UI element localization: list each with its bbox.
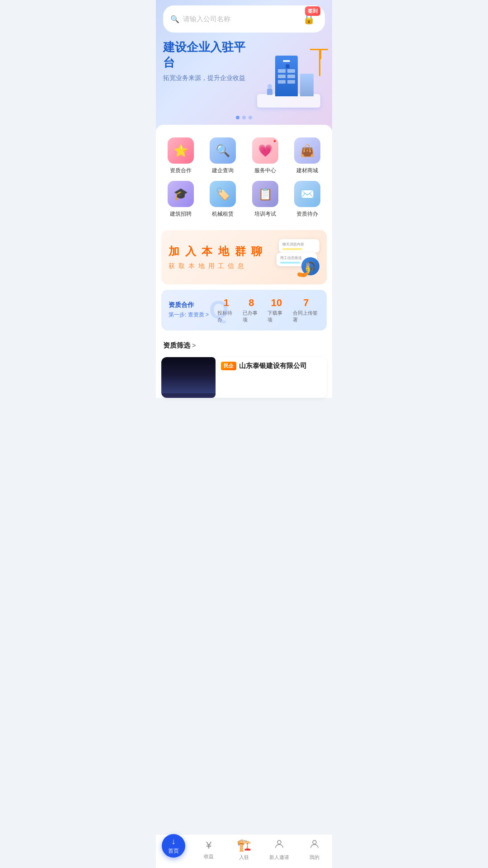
notification-dot: [273, 139, 277, 143]
icon-item-training[interactable]: 📋 培训考试: [244, 177, 286, 221]
icon-item-mall[interactable]: 👜 建材商城: [286, 134, 329, 177]
building-windows: [278, 69, 295, 84]
hand-icon: 🤳: [296, 262, 313, 278]
chat-banner[interactable]: 加 入 本 地 群 聊 获 取 本 地 用 工 信 息 聊天消息内容 用工信息推…: [161, 230, 327, 284]
stat-label-3: 下载事项: [267, 310, 286, 323]
stat-label-4: 合同上传签署: [293, 310, 319, 323]
stat-num-4: 7: [303, 297, 309, 309]
stats-link[interactable]: 第一步: 查资质 >: [169, 311, 214, 319]
icon-box-recruit: 🎓: [168, 181, 194, 207]
tag-icon: 🏷️: [216, 187, 230, 201]
icon-label-pending: 资质待办: [296, 211, 318, 217]
icon-item-qualification[interactable]: ⭐ 资质合作: [160, 134, 202, 177]
stats-title: 资质合作: [169, 301, 214, 309]
chat-illustration: 聊天消息内容 用工信息推送 🎧 🤳: [265, 239, 319, 275]
company-info: 民企 山东泰银建设有限公司: [221, 357, 327, 398]
icon-box-pending: ✉️: [294, 181, 320, 207]
dot-1[interactable]: [236, 116, 239, 119]
sign-in-badge[interactable]: 签到: [305, 6, 320, 16]
stats-inner: 资质合作 第一步: 查资质 > Q 1 投标待办 8 已办事项 10 下载事项: [169, 297, 319, 323]
doc-icon: 📋: [258, 187, 272, 201]
dot-2[interactable]: [242, 116, 246, 119]
stat-num-3: 10: [271, 297, 282, 309]
stat-item-3: 10 下载事项: [267, 297, 286, 323]
dot-3[interactable]: [249, 116, 252, 119]
icon-label-qualification: 资质合作: [170, 167, 192, 174]
icon-box-training: 📋: [252, 181, 278, 207]
banner-text: 建设企业入驻平台 拓宽业务来源，提升企业收益: [163, 40, 253, 82]
stat-label-2: 已办事项: [243, 310, 261, 323]
stats-left: 资质合作 第一步: 查资质 >: [169, 301, 214, 319]
banner-dots: [163, 116, 325, 119]
star-icon: ⭐: [174, 144, 188, 158]
filter-title: 资质筛选 >: [163, 341, 325, 350]
chat-subtitle: 获 取 本 地 用 工 信 息: [169, 262, 265, 270]
icon-box-rental: 🏷️: [210, 181, 236, 207]
company-name: 山东泰银建设有限公司: [239, 362, 307, 370]
search-placeholder: 请输入公司名称: [183, 15, 296, 24]
icon-box-qualification: ⭐: [168, 137, 194, 164]
night-lights: [161, 375, 216, 393]
icon-label-mall: 建材商城: [296, 167, 318, 174]
icon-label-training: 培训考试: [254, 211, 276, 217]
search-glass-icon: 🔍: [216, 144, 230, 158]
icon-box-service: 💗: [252, 137, 278, 164]
stats-numbers: 1 投标待办 8 已办事项 10 下载事项 7 合同上传签署: [217, 297, 319, 323]
building-main: 建筑公司: [275, 56, 298, 96]
chat-bubble-1: 聊天消息内容: [279, 239, 319, 253]
icon-box-company-query: 🔍: [210, 137, 236, 164]
stats-watermark: Q: [209, 297, 229, 322]
search-icon: 🔍: [170, 15, 179, 24]
company-image: [161, 357, 216, 398]
icon-item-rental[interactable]: 🏷️ 机械租赁: [202, 177, 244, 221]
icon-label-company-query: 建企查询: [212, 167, 234, 174]
chat-text: 加 入 本 地 群 聊 获 取 本 地 用 工 信 息: [169, 244, 265, 270]
banner-illustration: 建筑公司: [253, 40, 325, 112]
banner-title: 建设企业入驻平台: [163, 40, 253, 71]
icon-label-rental: 机械租赁: [212, 211, 234, 217]
stat-num-2: 8: [249, 297, 254, 309]
company-card[interactable]: 民企 山东泰银建设有限公司: [161, 357, 327, 398]
heart-icon: 💗: [258, 144, 272, 158]
company-tag: 民企: [221, 362, 236, 370]
icon-item-service[interactable]: 💗 服务中心: [244, 134, 286, 177]
crane-icon: [319, 49, 320, 76]
icon-item-recruit[interactable]: 🎓 建筑招聘: [160, 177, 202, 221]
icon-item-pending[interactable]: ✉️ 资质待办: [286, 177, 329, 221]
stat-item-4: 7 合同上传签署: [293, 297, 319, 323]
graduation-icon: 🎓: [174, 187, 188, 201]
banner-section: 🔍 请输入公司名称 🔒 签到 建设企业入驻平台 拓宽业务来源，提升企业收益 建筑…: [156, 0, 332, 130]
mail-icon: ✉️: [300, 187, 314, 201]
icon-item-company-query[interactable]: 🔍 建企查询: [202, 134, 244, 177]
filter-section[interactable]: 资质筛选 >: [156, 336, 332, 354]
stat-item-2: 8 已办事项: [243, 297, 261, 323]
figure: [266, 84, 273, 95]
icon-label-recruit: 建筑招聘: [170, 211, 192, 217]
filter-arrow-icon: >: [192, 342, 196, 349]
main-content: ⭐ 资质合作 🔍 建企查询 💗 服务中心 👜 建材商城 🎓: [156, 125, 332, 398]
building-label: 建筑公司: [283, 60, 290, 62]
sign-in-area[interactable]: 🔒 签到: [300, 10, 318, 28]
wallet-icon: 👜: [300, 144, 314, 158]
icon-label-service: 服务中心: [254, 167, 276, 174]
banner-subtitle: 拓宽业务来源，提升企业收益: [163, 74, 253, 82]
chat-title: 加 入 本 地 群 聊: [169, 244, 265, 259]
stats-section: 资质合作 第一步: 查资质 > Q 1 投标待办 8 已办事项 10 下载事项: [161, 290, 327, 330]
filter-title-text: 资质筛选: [163, 341, 190, 350]
building-small: [300, 74, 314, 96]
icons-grid: ⭐ 资质合作 🔍 建企查询 💗 服务中心 👜 建材商城 🎓: [156, 125, 332, 225]
banner-content: 建设企业入驻平台 拓宽业务来源，提升企业收益 建筑公司: [163, 40, 325, 112]
company-tags: 民企 山东泰银建设有限公司: [221, 362, 323, 370]
icon-box-mall: 👜: [294, 137, 320, 164]
search-bar[interactable]: 🔍 请输入公司名称 🔒 签到: [163, 5, 325, 33]
